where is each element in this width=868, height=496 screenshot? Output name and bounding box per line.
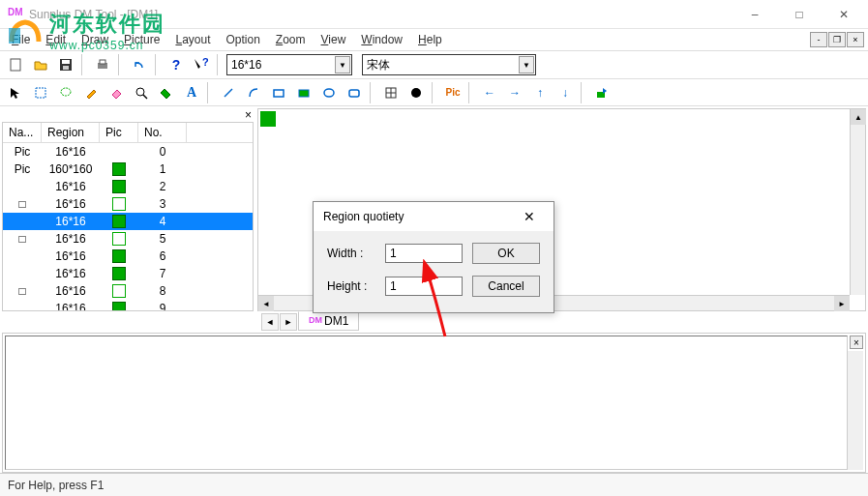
- cell-no: 2: [138, 180, 187, 193]
- move-up-button[interactable]: ↑: [528, 81, 552, 104]
- text-tool[interactable]: A: [180, 81, 203, 104]
- pointer-tool[interactable]: [4, 81, 27, 104]
- pencil-tool[interactable]: [79, 81, 103, 104]
- table-row[interactable]: 16*166: [3, 248, 253, 265]
- context-help-button[interactable]: ?: [190, 53, 213, 76]
- dialog-close-button[interactable]: ✕: [515, 209, 544, 224]
- grid-tool[interactable]: [379, 81, 403, 104]
- table-row[interactable]: 16*169: [3, 300, 253, 310]
- menu-layout[interactable]: Layout: [167, 31, 218, 48]
- menu-draw[interactable]: Draw: [74, 31, 116, 48]
- roundrect-tool[interactable]: [343, 81, 366, 104]
- maximize-button[interactable]: □: [777, 0, 822, 29]
- cell-region: 16*16: [42, 232, 100, 246]
- print-button[interactable]: [91, 53, 114, 76]
- move-down-button[interactable]: ↓: [554, 81, 577, 104]
- menu-picture[interactable]: Picture: [116, 31, 167, 48]
- height-label: Height :: [327, 279, 375, 293]
- col-no[interactable]: No.: [138, 123, 187, 142]
- circle-tool[interactable]: [404, 81, 428, 104]
- close-button[interactable]: ✕: [822, 0, 866, 29]
- pic-tool[interactable]: Pic: [441, 81, 464, 104]
- rect-tool[interactable]: [267, 81, 290, 104]
- font-combo[interactable]: 宋体 ▼: [362, 54, 536, 75]
- cell-pic: [100, 232, 138, 246]
- undo-button[interactable]: [128, 53, 151, 76]
- cell-pic: [100, 180, 138, 193]
- size-combo[interactable]: 16*16 ▼: [226, 54, 352, 75]
- table-row[interactable]: □16*168: [3, 282, 253, 300]
- col-na[interactable]: Na...: [3, 123, 42, 142]
- move-left-button[interactable]: ←: [478, 81, 501, 104]
- width-input[interactable]: [385, 244, 463, 263]
- table-row[interactable]: □16*165: [3, 230, 253, 248]
- output-scrollbar[interactable]: [848, 351, 863, 470]
- pic-swatch: [112, 215, 126, 228]
- cancel-button[interactable]: Cancel: [472, 276, 540, 297]
- cell-na: Pic: [3, 162, 42, 176]
- table-row[interactable]: 16*164: [3, 213, 253, 230]
- open-button[interactable]: [29, 53, 52, 76]
- menu-help[interactable]: Help: [410, 31, 450, 48]
- col-region[interactable]: Region: [42, 123, 100, 142]
- eraser-tool[interactable]: [105, 81, 128, 104]
- toolbar-draw: A Pic ← → ↑ ↓: [0, 79, 868, 106]
- dropdown-icon[interactable]: ▼: [519, 56, 534, 73]
- menu-option[interactable]: Option: [218, 31, 267, 48]
- menu-zoom[interactable]: Zoom: [268, 31, 314, 48]
- pic-swatch: [112, 197, 126, 211]
- tab-next-button[interactable]: ►: [280, 313, 297, 331]
- col-pic[interactable]: Pic: [100, 123, 138, 142]
- output-content[interactable]: [5, 336, 848, 470]
- table-row[interactable]: Pic160*1601: [3, 160, 253, 178]
- menu-file[interactable]: File: [4, 31, 38, 48]
- mdi-close-button[interactable]: ×: [847, 32, 864, 47]
- menu-window[interactable]: Window: [353, 31, 410, 48]
- svg-rect-5: [100, 60, 105, 64]
- cell-pic: [100, 249, 138, 263]
- separator: [118, 54, 124, 75]
- dialog-titlebar[interactable]: Region quotiety ✕: [314, 202, 554, 231]
- ellipse-tool[interactable]: [317, 81, 341, 104]
- tab-prev-button[interactable]: ◄: [261, 313, 279, 331]
- dropdown-icon[interactable]: ▼: [335, 56, 350, 73]
- marquee-tool[interactable]: [29, 81, 52, 104]
- fill-tool[interactable]: [155, 81, 178, 104]
- cell-no: 9: [138, 302, 187, 310]
- cell-no: 8: [138, 284, 187, 298]
- cell-no: 0: [138, 145, 187, 159]
- minimize-button[interactable]: –: [733, 0, 777, 29]
- table-row[interactable]: 16*162: [3, 178, 253, 195]
- zoom-tool[interactable]: [130, 81, 153, 104]
- export-button[interactable]: [590, 81, 614, 104]
- scroll-left-icon[interactable]: ◄: [258, 296, 274, 311]
- lasso-tool[interactable]: [54, 81, 77, 104]
- table-row[interactable]: Pic16*160: [3, 143, 253, 160]
- move-right-button[interactable]: →: [503, 81, 526, 104]
- scroll-up-icon[interactable]: ▲: [851, 109, 866, 125]
- menu-view[interactable]: View: [314, 31, 354, 48]
- scroll-right-icon[interactable]: ►: [834, 296, 850, 311]
- mdi-restore-button[interactable]: ❐: [828, 32, 846, 47]
- new-button[interactable]: [4, 53, 27, 76]
- line-tool[interactable]: [217, 81, 240, 104]
- mdi-minimize-button[interactable]: -: [810, 32, 827, 47]
- doc-tab-dm1[interactable]: DM DM1: [298, 311, 359, 331]
- pic-swatch: [112, 302, 126, 310]
- cell-na: Pic: [3, 145, 42, 159]
- ok-button[interactable]: OK: [472, 243, 540, 264]
- vertical-scrollbar[interactable]: ▲: [850, 109, 865, 295]
- output-close-button[interactable]: ×: [850, 336, 863, 349]
- cell-no: 4: [138, 215, 187, 228]
- help-button[interactable]: ?: [165, 53, 188, 76]
- sprite-preview[interactable]: [260, 111, 276, 127]
- height-input[interactable]: [385, 277, 463, 296]
- table-row[interactable]: 16*167: [3, 265, 253, 282]
- app-icon: DM: [8, 7, 23, 22]
- save-button[interactable]: [54, 53, 77, 76]
- menu-edit[interactable]: Edit: [38, 31, 74, 48]
- table-row[interactable]: □16*163: [3, 195, 253, 213]
- filled-rect-tool[interactable]: [292, 81, 315, 104]
- curve-tool[interactable]: [242, 81, 265, 104]
- panel-close-button[interactable]: ×: [245, 108, 252, 122]
